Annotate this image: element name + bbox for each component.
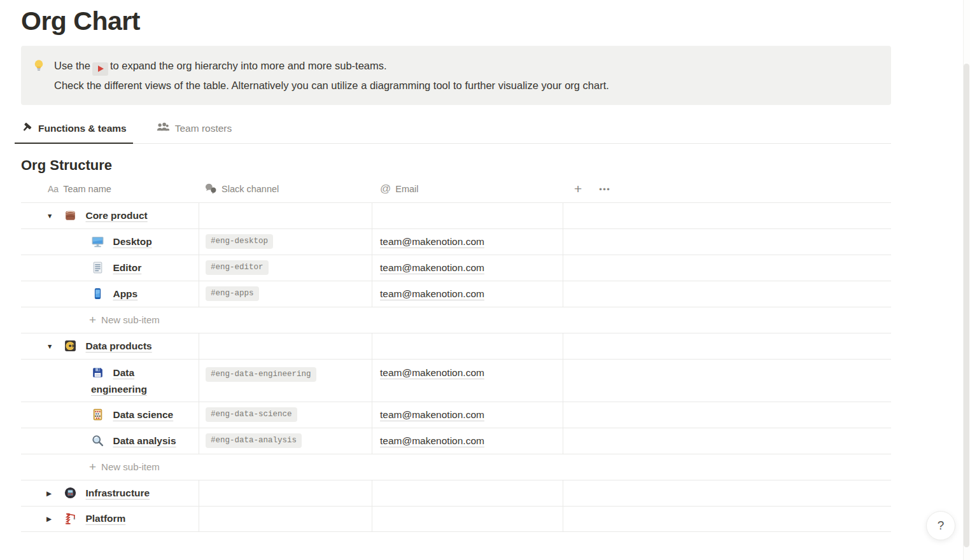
toggle-collapse-icon[interactable] (46, 212, 64, 220)
scrollbar-track (963, 0, 970, 560)
slack-cell[interactable] (199, 203, 372, 228)
email-link[interactable]: team@makenotion.com (380, 262, 484, 274)
extra-cell (563, 402, 891, 428)
toggle-collapse-icon[interactable] (46, 342, 64, 350)
view-tabs: Functions & teams Team rosters (15, 116, 891, 144)
page-content: Org Chart Use theto expand the org hiera… (21, 0, 891, 532)
extra-cell (563, 360, 891, 402)
table-row: Data engineering #eng-data-engineering t… (21, 359, 891, 402)
table-row: Apps #eng-apps team@makenotion.com (21, 281, 891, 307)
callout-line-2: Check the different views of the table. … (54, 76, 609, 95)
table-row: Infrastructure (21, 480, 891, 506)
team-page-link[interactable]: Editor (113, 262, 141, 273)
table-row: Editor #eng-editor team@makenotion.com (21, 255, 891, 281)
team-page-link[interactable]: Data science (113, 409, 173, 420)
people-icon (156, 122, 169, 136)
column-label: Slack channel (221, 184, 279, 194)
email-link[interactable]: team@makenotion.com (380, 288, 484, 300)
team-page-link[interactable]: Infrastructure (85, 487, 150, 498)
column-header-team-name[interactable]: Aa Team name (21, 176, 199, 202)
column-label: Team name (63, 184, 111, 194)
team-page-link[interactable]: Data analysis (113, 435, 176, 446)
table-row: Desktop #eng-desktop team@makenotion.com (21, 228, 891, 255)
plus-icon (89, 314, 96, 326)
abacus-emoji-icon (91, 408, 104, 421)
email-cell[interactable] (372, 333, 563, 359)
table-row-new-sub-item: New sub-item (21, 307, 891, 333)
db-title: Org Structure (21, 157, 891, 174)
extra-cell (563, 480, 891, 506)
slack-cell[interactable] (199, 480, 372, 506)
help-button[interactable]: ? (926, 511, 955, 540)
extra-cell (563, 507, 891, 531)
desktop-computer-emoji-icon (91, 235, 104, 248)
play-button-icon (92, 62, 108, 76)
construction-crane-emoji-icon (64, 512, 77, 525)
callout-text: Use theto expand the org hierarchy into … (54, 56, 609, 95)
extra-cell (563, 255, 891, 281)
team-page-link[interactable]: Apps (113, 288, 137, 299)
slack-channel-tag[interactable]: #eng-desktop (206, 234, 273, 249)
column-label: Email (395, 184, 418, 194)
column-header-slack-channel[interactable]: Slack channel (199, 176, 372, 202)
team-page-link[interactable]: Platform (85, 513, 125, 524)
new-sub-item-button[interactable]: New sub-item (89, 314, 160, 326)
table-header: Aa Team name Slack channel @ Email + ••• (21, 176, 891, 202)
magnifying-glass-emoji-icon (91, 434, 104, 447)
callout: Use theto expand the org hierarchy into … (21, 46, 891, 105)
extra-cell (563, 281, 891, 307)
table-row: Data analysis #eng-data-analysis team@ma… (21, 428, 891, 454)
new-sub-item-button[interactable]: New sub-item (89, 461, 160, 473)
toggle-expand-icon[interactable] (46, 489, 64, 497)
team-page-link[interactable]: Core product (85, 210, 147, 221)
hammer-icon (21, 122, 32, 136)
slack-bubbles-icon (204, 183, 217, 196)
callout-line-1: Use theto expand the org hierarchy into … (54, 56, 609, 76)
slack-channel-tag[interactable]: #eng-data-engineering (206, 367, 316, 382)
at-sign-icon: @ (380, 183, 391, 195)
table-header-actions: + ••• (563, 176, 891, 202)
extra-cell (563, 229, 891, 255)
slack-channel-tag[interactable]: #eng-editor (206, 260, 269, 275)
table-row: Data science #eng-data-science team@make… (21, 402, 891, 428)
light-bulb-icon (32, 59, 46, 78)
toggle-expand-icon[interactable] (46, 515, 64, 522)
slack-cell[interactable] (199, 333, 372, 359)
slack-channel-tag[interactable]: #eng-data-science (206, 407, 297, 422)
email-cell[interactable] (372, 480, 563, 506)
scrollbar-thumb[interactable] (964, 64, 969, 547)
tab-label: Functions & teams (38, 123, 127, 134)
table-row: Data products (21, 333, 891, 359)
email-cell[interactable] (372, 507, 563, 531)
mobile-phone-emoji-icon (91, 287, 104, 300)
extra-cell (563, 333, 891, 359)
slack-cell[interactable] (199, 507, 372, 531)
email-link[interactable]: team@makenotion.com (380, 409, 484, 421)
email-cell[interactable] (372, 203, 563, 228)
table-row: Core product (21, 202, 891, 228)
email-link[interactable]: team@makenotion.com (380, 435, 484, 447)
document-emoji-icon (91, 261, 104, 274)
table-more-button[interactable]: ••• (599, 185, 610, 194)
tab-team-rosters[interactable]: Team rosters (150, 116, 239, 143)
floppy-disk-emoji-icon (91, 366, 104, 379)
extra-cell (563, 428, 891, 454)
slack-channel-tag[interactable]: #eng-data-analysis (206, 433, 302, 448)
extra-cell (563, 203, 891, 228)
tab-functions-teams[interactable]: Functions & teams (15, 116, 133, 144)
page-title: Org Chart (21, 0, 891, 36)
computer-disk-emoji-icon (64, 339, 77, 353)
team-page-link[interactable]: Data products (85, 340, 151, 351)
email-link[interactable]: team@makenotion.com (380, 367, 484, 379)
plus-icon (89, 461, 96, 473)
table-row-new-sub-item: New sub-item (21, 454, 891, 480)
package-emoji-icon (64, 209, 77, 222)
add-column-button[interactable]: + (574, 181, 582, 197)
slack-channel-tag[interactable]: #eng-apps (206, 286, 259, 301)
tab-label: Team rosters (175, 123, 232, 134)
metro-emoji-icon (64, 486, 77, 500)
column-header-email[interactable]: @ Email (372, 176, 563, 202)
team-page-link[interactable]: Desktop (113, 236, 151, 247)
email-link[interactable]: team@makenotion.com (380, 236, 484, 248)
table-row: Platform (21, 506, 891, 532)
